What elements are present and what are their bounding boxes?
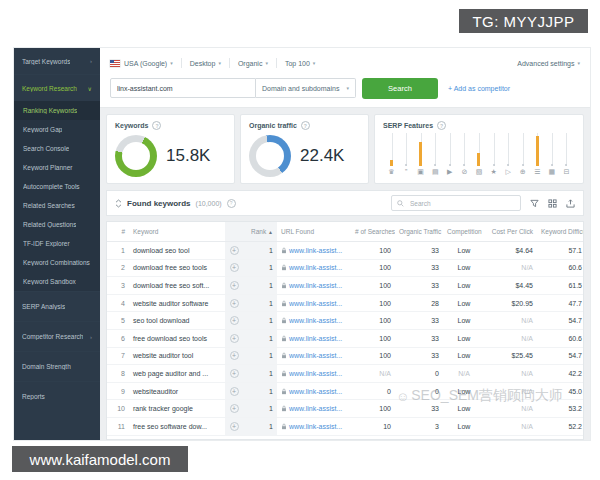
col-header-difficulty[interactable]: Keyword Difficulty [537,222,584,242]
sidebar-item-domain-strength[interactable]: Domain Strength [14,351,100,381]
region-dropdown[interactable]: USA (Google)▾ [124,60,173,67]
table-row[interactable]: 1download seo tool+1www.link-assist...10… [107,242,584,260]
table-row[interactable]: 2download free seo tools+1www.link-assis… [107,259,584,277]
add-keyword-button[interactable]: + [230,263,239,272]
url-link[interactable]: www.link-assist... [289,264,342,271]
scope-select[interactable]: Domain and subdomains▾ [256,78,356,98]
add-keyword-button[interactable]: + [230,299,239,308]
col-header-cpc[interactable]: Cost Per Click [485,222,537,242]
add-keyword-button[interactable]: + [230,246,239,255]
info-icon[interactable]: ? [437,121,446,130]
add-keyword-button[interactable]: + [230,369,239,378]
url-link[interactable]: www.link-assist... [289,423,342,430]
filter-icon[interactable] [530,199,539,208]
table-row[interactable]: 4website auditor software+1www.link-assi… [107,294,584,312]
url-link[interactable]: www.link-assist... [289,317,342,324]
url-link[interactable]: www.link-assist... [289,388,342,395]
cell-cpc: N/A [485,259,537,277]
col-header-url[interactable]: URL Found [277,222,351,242]
add-keyword-button[interactable]: + [230,404,239,413]
sidebar-item-keyword-combinations[interactable]: Keyword Combinations [14,253,100,272]
sidebar-item-keyword-sandbox[interactable]: Keyword Sandbox [14,272,100,291]
export-icon[interactable] [566,199,575,208]
main-area: USA (Google)▾ Desktop▾ Organic▾ Top 100▾ [100,48,590,440]
sidebar-item-ranking-keywords[interactable]: Ranking Keywords [14,101,100,120]
col-header-rank[interactable]: Rank ▲ [243,222,277,242]
sidebar-item-keyword-planner[interactable]: Keyword Planner [14,158,100,177]
url-link[interactable]: www.link-assist... [289,370,342,377]
sidebar-item-keyword-research[interactable]: Keyword Research∨ [14,75,100,101]
info-icon[interactable]: ? [152,121,161,130]
table-row[interactable]: 8web page auditor and ...+1www.link-assi… [107,365,584,383]
col-header-competition[interactable]: Competition [443,222,485,242]
table-row[interactable]: 6free download seo tools+1www.link-assis… [107,329,584,347]
serp-feature-knowledge-graph[interactable]: ⊕ [516,133,529,176]
domain-input[interactable] [110,78,256,98]
add-keyword-button[interactable]: + [230,387,239,396]
sidebar-item-reports[interactable]: Reports [14,381,100,411]
serp-feature-shopping[interactable]: ⊟ [560,133,573,176]
col-header-traffic[interactable]: Organic Traffic [395,222,443,242]
traffic-type-dropdown[interactable]: Organic▾ [238,60,268,67]
sidebar-item-target-keywords[interactable]: Target Keywords› [14,48,100,75]
sidebar-item-search-console[interactable]: Search Console [14,139,100,158]
table-row[interactable]: 11free seo software dow...+1www.link-ass… [107,417,584,435]
collapse-icon[interactable] [115,199,122,208]
serp-feature-sitelinks[interactable]: ▤ [429,133,442,176]
serp-feature-reviews[interactable]: ★ [487,133,500,176]
table-row[interactable]: 9websiteauditor+1www.link-assist...00Low… [107,382,584,400]
serp-feature-list[interactable]: ☰ [531,133,544,176]
sidebar-item-related-questions[interactable]: Related Questions [14,215,100,234]
sidebar-item-keyword-gap[interactable]: Keyword Gap [14,120,100,139]
cell-num: 3 [107,277,129,295]
device-dropdown[interactable]: Desktop▾ [190,60,221,67]
cell-traffic: 33 [395,400,443,418]
col-header-num[interactable]: # [107,222,129,242]
serp-feature-quotes[interactable]: ” [400,133,413,176]
sidebar-item-related-searches[interactable]: Related Searches [14,196,100,215]
table-row[interactable]: 10rank tracker google+1www.link-assist..… [107,400,584,418]
cell-competition: Low [443,294,485,312]
url-link[interactable]: www.link-assist... [289,352,342,359]
serp-feature-image-pack[interactable]: ▣ [414,133,427,176]
add-keyword-button[interactable]: + [230,351,239,360]
add-keyword-button[interactable]: + [230,281,239,290]
table-row[interactable]: 3download free seo soft...+1www.link-ass… [107,277,584,295]
serp-feature-top-stories[interactable]: ▦ [545,133,558,176]
table-search-input[interactable] [408,199,515,208]
info-icon[interactable]: ? [301,121,310,130]
cell-rank: 1 [243,417,277,435]
advanced-settings-dropdown[interactable]: Advanced settings▾ [517,60,580,67]
columns-grid-icon[interactable] [548,199,557,208]
sidebar-item-serp-analysis[interactable]: SERP Analysis [14,291,100,321]
serp-feature-no-feature[interactable]: ⊘ [458,133,471,176]
table-row[interactable]: 5seo tool download+1www.link-assist...10… [107,312,584,330]
table-row[interactable]: 7website auditor tool+1www.link-assist..… [107,347,584,365]
add-keyword-button[interactable]: + [230,334,239,343]
cell-competition: Low [443,382,485,400]
url-link[interactable]: www.link-assist... [289,247,342,254]
sidebar-item-competitor-research[interactable]: Competitor Research› [14,321,100,351]
cell-traffic: 33 [395,259,443,277]
image-pack-icon: ▣ [417,168,424,176]
col-header-keyword[interactable]: Keyword [129,222,225,242]
add-keyword-button[interactable]: + [230,422,239,431]
url-link[interactable]: www.link-assist... [289,335,342,342]
serp-feature-crown[interactable]: ♛ [385,133,398,176]
url-link[interactable]: www.link-assist... [289,405,342,412]
serp-feature-paid-results[interactable]: ▷ [502,133,515,176]
cell-rank: 1 [243,277,277,295]
add-as-competitor-link[interactable]: + Add as competitor [448,85,510,92]
sidebar-item-autocomplete-tools[interactable]: Autocomplete Tools [14,177,100,196]
depth-dropdown[interactable]: Top 100▾ [285,60,315,67]
table-search-box[interactable] [391,195,521,211]
url-link[interactable]: www.link-assist... [289,282,342,289]
add-keyword-button[interactable]: + [230,316,239,325]
sidebar-item-tf-idf-explorer[interactable]: TF-IDF Explorer [14,234,100,253]
col-header-searches[interactable]: # of Searches [351,222,395,242]
serp-feature-featured-snippet[interactable]: ▧ [472,133,485,176]
url-link[interactable]: www.link-assist... [289,300,342,307]
info-icon[interactable]: ? [227,199,236,208]
serp-feature-video[interactable]: ▶ [443,133,456,176]
search-button[interactable]: Search [362,78,438,99]
